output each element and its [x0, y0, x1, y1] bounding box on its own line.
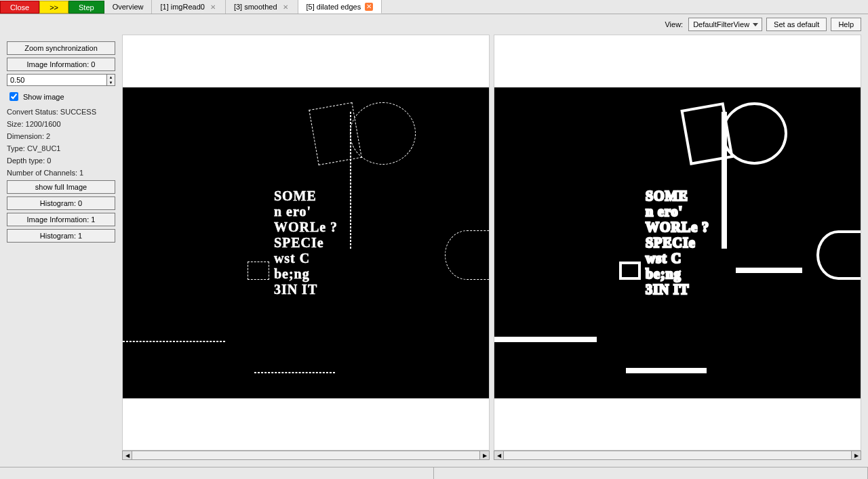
edge-rect [619, 262, 641, 280]
view-select-value: DefaultFilterView [693, 20, 749, 28]
edge-line [626, 368, 707, 373]
status-segment [0, 467, 434, 479]
tab-bar: Overview [1] imgRead0 ✕ [3] smoothed ✕ [… [104, 0, 382, 14]
edge-line [123, 341, 225, 342]
edge-line [254, 372, 335, 373]
view-label: View: [665, 20, 683, 28]
scroll-right-icon[interactable]: ▶ [479, 451, 489, 459]
image-dimension: Dimension: 2 [7, 131, 115, 141]
scroll-left-icon[interactable]: ◀ [123, 451, 132, 459]
set-default-button[interactable]: Set as default [766, 18, 827, 31]
tab-smoothed[interactable]: [3] smoothed ✕ [226, 0, 298, 14]
image-pane-left[interactable]: SOME n ero' WORLe ? SPECIe wst C be;ng 3… [122, 35, 490, 451]
edge-line [494, 337, 597, 342]
image-channels: Number of Channels: 1 [7, 168, 115, 178]
close-icon[interactable]: ✕ [281, 3, 290, 11]
fast-forward-button[interactable]: >> [39, 1, 68, 14]
histogram-1-button[interactable]: Histogram: 1 [7, 229, 115, 243]
histogram-0-button[interactable]: Histogram: 0 [7, 196, 115, 210]
show-image-label: Show image [23, 93, 64, 101]
image-info-0-button[interactable]: Image Information: 0 [7, 58, 115, 71]
step-button[interactable]: Step [68, 1, 104, 14]
edge-arc [816, 230, 861, 280]
spin-up-icon[interactable]: ▲ [107, 75, 115, 80]
status-bar [0, 467, 868, 479]
edge-line [736, 268, 802, 273]
edge-rect [248, 262, 269, 280]
status-segment [434, 467, 868, 479]
close-button[interactable]: Close [0, 1, 39, 14]
image-size: Size: 1200/1600 [7, 119, 115, 129]
tab-label: [3] smoothed [234, 3, 277, 11]
tab-label: [5] dilated edges [307, 3, 361, 11]
show-image-checkbox[interactable] [9, 92, 18, 101]
edge-line [350, 112, 351, 249]
image-pane-right[interactable]: SOME n ero' WORLe ? SPECIe wst C be;ng 3… [494, 35, 861, 451]
close-icon[interactable]: ✕ [209, 3, 217, 11]
convert-status: Convert Status: SUCCESS [7, 107, 115, 117]
sidebar: Zoom synchronization Image Information: … [7, 35, 115, 460]
zoom-sync-button[interactable]: Zoom synchronization [7, 41, 115, 55]
tab-overview[interactable]: Overview [104, 0, 153, 14]
zoom-value-input[interactable] [7, 74, 107, 86]
edge-line [722, 112, 727, 249]
help-button[interactable]: Help [831, 18, 861, 31]
image-text-right: SOME n ero' WORLe ? SPECIe wst C be;ng 3… [646, 188, 709, 297]
tab-label: Overview [113, 3, 144, 11]
edge-arc [445, 230, 489, 280]
spin-down-icon[interactable]: ▼ [107, 80, 115, 85]
edge-rect [309, 102, 361, 165]
tab-label: [1] imgRead0 [160, 3, 204, 11]
tab-dilated-edges[interactable]: [5] dilated edges ✕ [298, 0, 382, 14]
image-text-left: SOME n ero' WORLe ? SPECIe wst C be;ng 3… [274, 188, 338, 297]
show-full-image-button[interactable]: show full Image [7, 180, 115, 194]
scroll-right-icon[interactable]: ▶ [851, 451, 861, 459]
image-canvas-left: SOME n ero' WORLe ? SPECIe wst C be;ng 3… [123, 87, 489, 398]
scroll-left-icon[interactable]: ◀ [494, 451, 504, 459]
h-scrollbar-left[interactable]: ◀ ▶ [122, 451, 490, 460]
close-icon[interactable]: ✕ [365, 3, 373, 11]
image-canvas-right: SOME n ero' WORLe ? SPECIe wst C be;ng 3… [494, 87, 861, 398]
h-scrollbar-right[interactable]: ◀ ▶ [494, 451, 861, 460]
view-select[interactable]: DefaultFilterView [688, 18, 762, 31]
tab-imgread0[interactable]: [1] imgRead0 ✕ [152, 0, 225, 14]
image-type: Type: CV_8UC1 [7, 144, 115, 153]
image-depth-type: Depth type: 0 [7, 156, 115, 165]
image-info-1-button[interactable]: Image Information: 1 [7, 213, 115, 226]
